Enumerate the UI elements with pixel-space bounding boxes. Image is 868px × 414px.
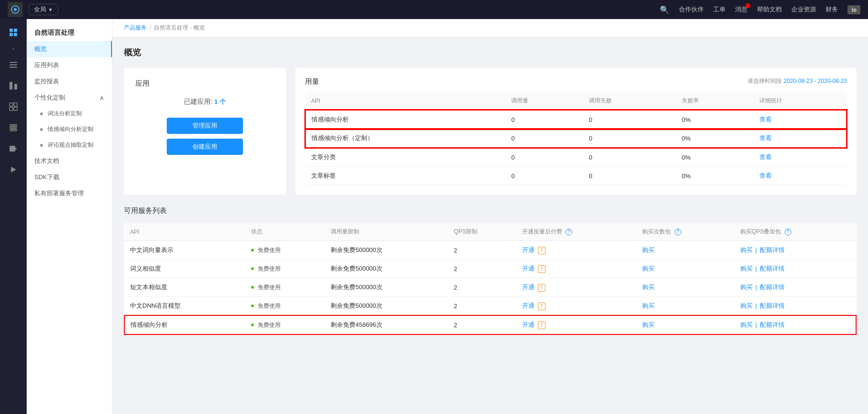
status-label: 免费使用 <box>258 322 281 328</box>
create-app-button[interactable]: 创建应用 <box>167 139 243 155</box>
nav-resources[interactable]: 企业资源 <box>791 5 816 14</box>
svc-buy-package[interactable]: 购买 <box>636 241 735 260</box>
user-avatar[interactable]: Ie <box>848 5 860 14</box>
svc-call-limit: 剩余免费500000次 <box>325 241 448 260</box>
svg-rect-6 <box>10 64 17 65</box>
activate-link[interactable]: 开通 <box>522 302 535 309</box>
svc-buy-qps: 购买 | 配额详情 <box>735 278 856 297</box>
icon-bar-apps[interactable] <box>4 118 23 137</box>
usage-table: API 调用量 调用失败 失败率 详细统计 情感倾向分析 0 0 0% 查看 情… <box>305 92 847 185</box>
config-link[interactable]: 配额详情 <box>760 302 785 309</box>
service-table-row: 中文DNN语言模型 免费使用 剩余免费500000次 2 开通 ! 购买 购买 … <box>124 297 856 316</box>
svc-qps: 2 <box>448 297 516 316</box>
global-selector[interactable]: 全局 ▼ <box>29 4 58 15</box>
top-section-row: 应用 已建应用: 1 个 管理应用 创建应用 用量 请选择时 <box>124 68 857 195</box>
status-dot <box>251 267 254 270</box>
svg-marker-25 <box>11 167 16 172</box>
qps-help-icon[interactable]: ? <box>785 229 791 235</box>
activate-link[interactable]: 开通 <box>522 246 535 253</box>
buy-package-link[interactable]: 购买 <box>642 265 655 272</box>
sidebar-item-customization[interactable]: 个性化定制 ∧ <box>27 90 112 106</box>
service-table-row: 短文本相似度 免费使用 剩余免费500000次 2 开通 ! 购买 购买 | 配… <box>124 278 856 297</box>
svc-buy-qps: 购买 | 配额详情 <box>735 241 856 260</box>
warning-icon[interactable]: ! <box>538 247 545 254</box>
svc-api-name: 词义相似度 <box>124 260 245 278</box>
buy-package-link[interactable]: 购买 <box>642 302 655 309</box>
buy-qps-link[interactable]: 购买 <box>740 265 753 272</box>
sidebar-item-overview[interactable]: 概览 <box>27 41 112 57</box>
separator: | <box>755 265 757 272</box>
buy-package-link[interactable]: 购买 <box>642 283 655 291</box>
config-link[interactable]: 配额详情 <box>760 246 785 253</box>
svc-status: 免费使用 <box>245 297 325 316</box>
warning-icon[interactable]: ! <box>538 284 545 292</box>
svc-buy-package[interactable]: 购买 <box>636 297 735 316</box>
svg-point-21 <box>12 129 14 131</box>
icon-bar-expand[interactable]: › <box>4 44 23 53</box>
usage-detail-link[interactable]: 查看 <box>754 129 847 148</box>
buy-qps-link[interactable]: 购买 <box>740 283 753 291</box>
usage-calls: 0 <box>505 129 583 148</box>
svc-buy-package[interactable]: 购买 <box>636 278 735 297</box>
buy-package-link[interactable]: 购买 <box>642 246 655 253</box>
top-nav: 全局 ▼ 🔍 合作伙伴 工单 消息 帮助文档 企业资源 财务 Ie <box>0 0 868 19</box>
activate-link[interactable]: 开通 <box>522 283 535 291</box>
config-link[interactable]: 配额详情 <box>760 321 785 328</box>
icon-bar-list[interactable] <box>4 55 23 74</box>
icon-bar-play[interactable] <box>4 160 23 179</box>
usage-detail-link[interactable]: 查看 <box>754 110 847 129</box>
warning-icon[interactable]: ! <box>538 322 545 329</box>
sidebar-item-opinion[interactable]: 评论观点抽取定制 <box>27 137 112 153</box>
status-label: 免费使用 <box>258 284 281 291</box>
icon-bar-chart[interactable] <box>4 76 23 95</box>
sidebar-item-sdk[interactable]: SDK下载 <box>27 169 112 185</box>
sidebar-item-app-list[interactable]: 应用列表 <box>27 57 112 73</box>
usage-detail-link[interactable]: 查看 <box>754 167 847 185</box>
icon-bar-video[interactable] <box>4 139 23 158</box>
top-nav-right: 🔍 合作伙伴 工单 消息 帮助文档 企业资源 财务 Ie <box>660 5 860 14</box>
nav-message[interactable]: 消息 <box>735 5 747 14</box>
warning-icon[interactable]: ! <box>538 303 545 310</box>
svc-buy-package[interactable]: 购买 <box>636 315 735 334</box>
page-content: 概览 应用 已建应用: 1 个 管理应用 创建应用 <box>112 37 868 344</box>
buy-qps-link[interactable]: 购买 <box>740 321 753 328</box>
svc-buy-package[interactable]: 购买 <box>636 260 735 278</box>
status-dot <box>251 286 254 289</box>
buy-package-link[interactable]: 购买 <box>642 321 655 328</box>
usage-table-row: 文章标签 0 0 0% 查看 <box>305 167 847 185</box>
separator: | <box>755 321 757 328</box>
config-link[interactable]: 配额详情 <box>760 265 785 272</box>
sidebar-item-tech-docs[interactable]: 技术文档 <box>27 153 112 169</box>
buy-qps-link[interactable]: 购买 <box>740 302 753 309</box>
svg-point-15 <box>12 124 14 126</box>
svg-rect-3 <box>10 33 13 36</box>
config-link[interactable]: 配额详情 <box>760 283 785 291</box>
usage-detail-link[interactable]: 查看 <box>754 148 847 167</box>
svg-rect-8 <box>10 82 12 90</box>
package-help-icon[interactable]: ? <box>675 229 681 235</box>
date-range-value[interactable]: 2020-08-23 - 2020-08-23 <box>784 78 847 84</box>
activate-link[interactable]: 开通 <box>522 265 535 272</box>
icon-bar-dashboard[interactable] <box>4 23 23 42</box>
nav-ticket[interactable]: 工单 <box>713 5 726 14</box>
nav-partners[interactable]: 合作伙伴 <box>679 5 704 14</box>
sidebar-item-monitor[interactable]: 监控报表 <box>27 73 112 90</box>
activate-help-icon[interactable]: ? <box>565 229 572 235</box>
sidebar-item-private[interactable]: 私有部署服务管理 <box>27 185 112 202</box>
activate-link[interactable]: 开通 <box>522 321 535 328</box>
status-dot <box>251 249 254 252</box>
warning-icon[interactable]: ! <box>538 265 545 273</box>
sidebar-item-lexical[interactable]: 词法分析定制 <box>27 106 112 121</box>
nav-finance[interactable]: 财务 <box>826 5 838 14</box>
buy-qps-link[interactable]: 购买 <box>740 246 753 253</box>
separator: | <box>755 246 757 253</box>
breadcrumb: 产品服务 / 自然语言处理 - 概览 <box>112 19 868 37</box>
icon-bar-grid[interactable] <box>4 97 23 116</box>
breadcrumb-product[interactable]: 产品服务 <box>124 24 147 32</box>
svc-buy-qps: 购买 | 配额详情 <box>735 260 856 278</box>
svc-qps: 2 <box>448 315 516 334</box>
search-icon[interactable]: 🔍 <box>660 5 669 14</box>
nav-docs[interactable]: 帮助文档 <box>757 5 782 14</box>
manage-app-button[interactable]: 管理应用 <box>167 118 243 134</box>
sidebar-item-sentiment[interactable]: 情感倾向分析定制 <box>27 121 112 137</box>
